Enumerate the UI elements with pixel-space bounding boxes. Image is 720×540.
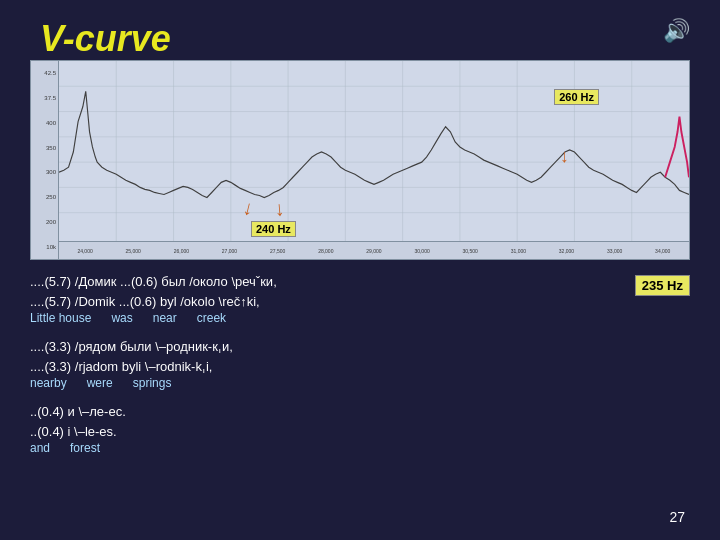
line1-transcription: ....(5.7) /Domik ...(0.6) byl /okolo \re… bbox=[30, 292, 690, 312]
trans-near: near bbox=[153, 311, 177, 325]
y-label: 400 bbox=[46, 120, 56, 126]
x-label: 26,000 bbox=[174, 248, 189, 254]
text-block-1: ....(5.7) /Домик ...(0.6) был /около \ре… bbox=[30, 272, 690, 325]
x-label: 32,000 bbox=[559, 248, 574, 254]
speaker-icon[interactable]: 🔊 bbox=[663, 18, 690, 44]
y-label: 300 bbox=[46, 169, 56, 175]
line3-transcription: ..(0.4) i \–le-es. bbox=[30, 422, 690, 442]
line3-russian: ..(0.4) и \–ле-ес. bbox=[30, 402, 690, 422]
svg-text:↓: ↓ bbox=[241, 195, 256, 219]
plot-area: ↓ ↓ ↓ bbox=[59, 61, 689, 241]
x-label: 29,000 bbox=[366, 248, 381, 254]
text-block-3: ..(0.4) и \–ле-ес. ..(0.4) i \–le-es. an… bbox=[30, 402, 690, 455]
trans-forest: forest bbox=[70, 441, 100, 455]
page-number: 27 bbox=[669, 509, 685, 525]
y-label: 350 bbox=[46, 145, 56, 151]
x-label: 24,000 bbox=[77, 248, 92, 254]
svg-text:↓: ↓ bbox=[560, 146, 569, 167]
x-label: 33,000 bbox=[607, 248, 622, 254]
x-axis: 24,000 25,000 26,000 27,000 27,500 28,00… bbox=[59, 241, 689, 259]
slide-title: V-curve bbox=[40, 18, 171, 60]
x-label: 28,000 bbox=[318, 248, 333, 254]
trans-was: was bbox=[111, 311, 132, 325]
y-axis: 42.5 37.5 400 350 300 250 200 10k bbox=[31, 61, 59, 259]
chart-inner: 42.5 37.5 400 350 300 250 200 10k bbox=[31, 61, 689, 259]
x-label: 27,000 bbox=[222, 248, 237, 254]
x-labels: 24,000 25,000 26,000 27,000 27,500 28,00… bbox=[59, 248, 689, 254]
y-label: 42.5 bbox=[44, 70, 56, 76]
y-label: 200 bbox=[46, 219, 56, 225]
trans-and: and bbox=[30, 441, 50, 455]
x-label: 27,500 bbox=[270, 248, 285, 254]
x-label: 30,500 bbox=[463, 248, 478, 254]
line2-russian: ....(3.3) /рядом были \–родник-кˌи, bbox=[30, 337, 690, 357]
svg-text:↓: ↓ bbox=[274, 197, 285, 220]
chart-container: 42.5 37.5 400 350 300 250 200 10k bbox=[30, 60, 690, 260]
waveform-svg: ↓ ↓ ↓ bbox=[59, 61, 689, 241]
y-label: 10k bbox=[46, 244, 56, 250]
x-label: 25,000 bbox=[126, 248, 141, 254]
line2-transcription: ....(3.3) /rjadom byli \–rodnik-kˌi, bbox=[30, 357, 690, 377]
slide: V-curve 🔊 42.5 37.5 400 350 300 250 200 … bbox=[0, 0, 720, 540]
trans-nearby: nearby bbox=[30, 376, 67, 390]
line1-russian: ....(5.7) /Домик ...(0.6) был /около \ре… bbox=[30, 272, 690, 292]
y-label: 250 bbox=[46, 194, 56, 200]
label-260hz: 260 Hz bbox=[554, 89, 599, 105]
trans-were: were bbox=[87, 376, 113, 390]
trans-springs: springs bbox=[133, 376, 172, 390]
translation-block1: Little house was near creek bbox=[30, 311, 690, 325]
text-block-2: ....(3.3) /рядом были \–родник-кˌи, ....… bbox=[30, 337, 690, 390]
x-label: 31,000 bbox=[511, 248, 526, 254]
translation-block2: nearby were springs bbox=[30, 376, 690, 390]
trans-little-house: Little house bbox=[30, 311, 91, 325]
content-area: ....(5.7) /Домик ...(0.6) был /около \ре… bbox=[30, 272, 690, 530]
x-label: 34,000 bbox=[655, 248, 670, 254]
translation-block3: and forest bbox=[30, 441, 690, 455]
trans-creek: creek bbox=[197, 311, 226, 325]
label-240hz: 240 Hz bbox=[251, 221, 296, 237]
y-label: 37.5 bbox=[44, 95, 56, 101]
x-label: 30,000 bbox=[414, 248, 429, 254]
